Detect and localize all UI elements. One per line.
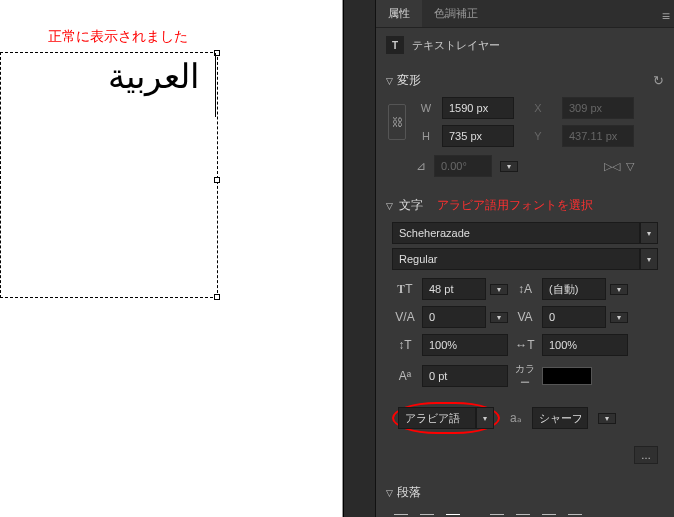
width-input[interactable] [442,97,514,119]
panel-gutter [343,0,376,517]
baseline-icon: Aª [392,369,418,383]
layer-type-row: T テキストレイヤー [376,28,674,62]
paragraph-section: ▽ 段落 [376,474,674,517]
kerning-input[interactable] [422,306,486,328]
justify-right-icon[interactable] [542,511,558,517]
tab-color-correction[interactable]: 色調補正 [422,0,490,27]
antialias-icon: aₐ [510,411,522,425]
hscale-icon: ↔T [512,338,538,352]
font-size-icon: 𝐓T [392,282,418,296]
antialias-dropdown[interactable]: ▾ [598,413,616,424]
link-wh-icon[interactable]: ⛓ [388,104,406,140]
handle-bottom-right[interactable] [214,294,220,300]
transform-header[interactable]: ▽ 変形 ↻ [386,68,664,93]
handle-mid-right[interactable] [214,177,220,183]
annotation-displayed-correctly: 正常に表示されました [48,28,188,46]
font-family-select[interactable] [392,222,640,244]
width-label: W [418,102,434,114]
leading-icon: ↕A [512,282,538,296]
language-select[interactable] [398,407,476,429]
justify-all-icon[interactable] [568,511,584,517]
transform-section: ▽ 変形 ↻ ⛓ W X H Y ⊿ ▾ ▷◁ ▽ [376,62,674,187]
font-size-dropdown[interactable]: ▾ [490,284,508,295]
font-size-input[interactable] [422,278,486,300]
text-color-swatch[interactable] [542,367,592,385]
tracking-input[interactable] [542,306,606,328]
arabic-sample-text[interactable]: العربية [108,56,199,96]
reset-icon[interactable]: ↻ [653,73,664,88]
more-options-button[interactable]: … [634,446,658,464]
justify-center-icon[interactable] [516,511,532,517]
x-label: X [522,102,554,114]
chevron-down-icon: ▽ [386,76,393,86]
layer-name: テキストレイヤー [412,38,500,53]
color-label: カラー [512,362,538,390]
panel-tabs: 属性 色調補正 [376,0,674,28]
kerning-icon: V/A [392,310,418,324]
justify-left-icon[interactable] [490,511,506,517]
align-center-icon[interactable] [420,511,436,517]
angle-icon: ⊿ [416,159,426,173]
vscale-icon: ↕T [392,338,418,352]
text-layer-icon: T [386,36,404,54]
height-input[interactable] [442,125,514,147]
flip-vertical-icon[interactable]: ▽ [626,160,634,173]
canvas-area: 正常に表示されました العربية [0,0,343,517]
baseline-input[interactable] [422,365,508,387]
font-style-select[interactable] [392,248,640,270]
chevron-down-icon: ▽ [386,488,393,498]
kerning-dropdown[interactable]: ▾ [490,312,508,323]
angle-dropdown[interactable]: ▾ [500,161,518,172]
height-label: H [418,130,434,142]
properties-panel: ≡ 属性 色調補正 T テキストレイヤー ▽ 変形 ↻ ⛓ W X H Y ⊿ … [376,0,674,517]
x-input [562,97,634,119]
y-label: Y [522,130,554,142]
tab-properties[interactable]: 属性 [376,0,422,27]
character-section: ▽ 文字 アラビア語用フォントを選択 ▾ ▾ 𝐓T ▾ ↕A ▾ V/A ▾ V… [376,187,674,474]
tracking-icon: VA [512,310,538,324]
tracking-dropdown[interactable]: ▾ [610,312,628,323]
paragraph-header[interactable]: ▽ 段落 [386,480,664,505]
hscale-input[interactable] [542,334,628,356]
paragraph-title: 段落 [397,484,421,501]
leading-dropdown[interactable]: ▾ [610,284,628,295]
font-family-dropdown[interactable]: ▾ [640,222,658,244]
annotation-select-arabic-font: アラビア語用フォントを選択 [437,197,593,214]
character-title: 文字 [399,197,423,214]
antialias-select[interactable] [532,407,588,429]
vscale-input[interactable] [422,334,508,356]
chevron-down-icon: ▽ [386,201,393,211]
align-left-icon[interactable] [394,511,410,517]
leading-input[interactable] [542,278,606,300]
align-right-icon[interactable] [446,511,462,517]
character-header[interactable]: ▽ 文字 アラビア語用フォントを選択 [386,193,664,218]
language-highlight-annotation: ▾ [392,402,500,434]
language-dropdown[interactable]: ▾ [476,407,494,429]
font-style-dropdown[interactable]: ▾ [640,248,658,270]
panel-menu-icon[interactable]: ≡ [662,8,670,24]
transform-title: 変形 [397,72,421,89]
angle-input [434,155,492,177]
flip-horizontal-icon[interactable]: ▷◁ [604,160,620,173]
y-input [562,125,634,147]
